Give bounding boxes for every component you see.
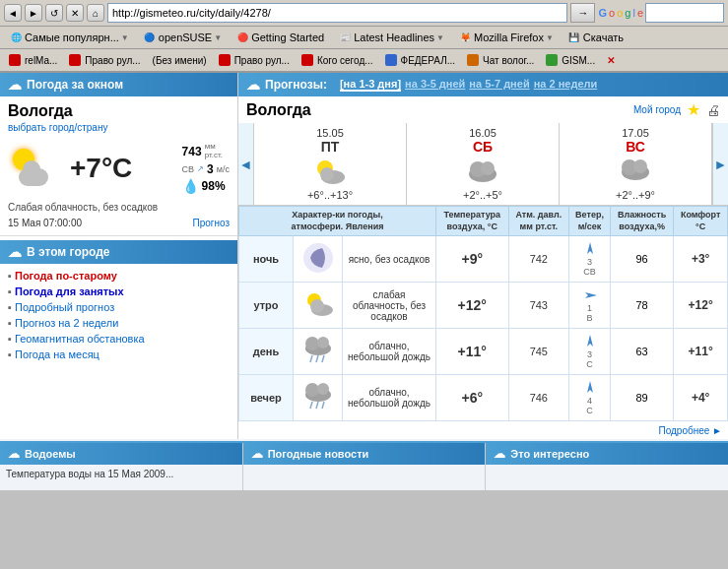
humidity-morning: 78 [610,283,673,329]
water-content: Температура воды на 15 Мая 2009... [0,465,242,483]
desc-night: ясно, без осадков [343,236,436,283]
chevron-icon: ▼ [436,33,444,42]
headlines-icon: 📰 [338,31,352,44]
download-icon: 💾 [567,31,581,44]
link-geo[interactable]: Геомагнитная обстановка [8,331,230,347]
svg-line-27 [322,402,324,409]
bottom-col-water: ☁ Водоемы Температура воды на 15 Мая 200… [0,443,243,490]
tab-1-3[interactable]: [на 1-3 дня] [340,78,401,92]
water-icon: ☁ [8,447,20,461]
wind-morning: 1В [569,283,611,329]
period-name-morning: утро [239,283,294,329]
nav-bar: ◄ ► ↺ ✕ ⌂ → Google [0,0,728,27]
bookmark-getting-started[interactable]: 🔴 Getting Started [231,29,329,46]
bookmark-relma[interactable]: relMa... [4,51,62,69]
prognoz-link[interactable]: Прогноз [192,218,230,228]
bookmark-pravo1[interactable]: Право рул... [64,51,145,69]
link-month[interactable]: Погода на месяц [8,347,230,362]
svg-line-25 [310,402,312,409]
forecast-tabs: [на 1-3 дня] на 3-5 дней на 5-7 дней на … [340,78,597,92]
th-wind: Ветер,м/сек [569,207,611,236]
day-date-vs: 17.05 [562,127,709,139]
link-zanyatikh[interactable]: Погода для занятых [8,284,230,299]
city-section-title: В этом городе [27,245,110,259]
link-2nedeli[interactable]: Прогноз на 2 недели [8,315,230,331]
next-day-arrow[interactable]: ► [712,123,728,205]
bookmark-kogo[interactable]: Кого сегод... [297,51,378,69]
tab-5-7[interactable]: на 5-7 дней [469,78,529,92]
svg-line-26 [316,402,318,409]
day-col-sb: 16.05 СБ +2°..+5° [407,123,560,205]
sun-cloud-icon [11,149,60,188]
prev-day-arrow[interactable]: ◄ [238,123,254,205]
svg-point-5 [481,161,495,175]
interesting-icon: ☁ [494,447,505,461]
bookmark-latest-headlines[interactable]: 📰 Latest Headlines ▼ [333,29,449,46]
bookmark-skachat[interactable]: 💾 Скачать [563,29,629,46]
bookmark-populyarn[interactable]: 🌐 Самые популярн... ▼ [4,29,134,46]
link-podrobny[interactable]: Подробный прогноз [8,299,230,315]
more-link-row: Подробнее ► [238,421,728,439]
wind-row: СВ ↗ 3 м/с [182,162,230,176]
day-date-sb: 16.05 [409,127,557,139]
star-icon[interactable]: ★ [687,100,700,119]
bookmark-opensuse[interactable]: 🔵 openSUSE ▼ [138,29,227,46]
link-starому[interactable]: Погода по-старому [8,268,230,284]
humidity-evening: 89 [610,375,673,421]
day-name-sb: СБ [409,139,557,155]
wind-dir-label: СВ [182,164,195,174]
svg-point-17 [317,337,329,348]
address-bar[interactable] [107,3,567,23]
bookmark-pravo2[interactable]: Право рул... [214,51,295,69]
bookmarks-bar-1: 🌐 Самые популярн... ▼ 🔵 openSUSE ▼ 🔴 Get… [0,27,728,49]
cloud-part [19,168,48,186]
svg-line-20 [322,355,324,362]
my-city-link[interactable]: Мой город [633,104,681,115]
back-button[interactable]: ◄ [4,4,22,22]
home-button[interactable]: ⌂ [87,4,104,22]
city-section-links: Погода по-старому Погода для занятых Под… [0,264,237,366]
opensuse-icon: 🔵 [143,31,157,44]
period-day: день облачно, небольшой дождь [239,329,728,375]
weather-description: Слабая облачность, без осадков [0,200,237,215]
bookmark-label: openSUSE [159,32,212,43]
google-search-input[interactable] [645,3,724,23]
water-header: ☁ Водоемы [0,443,242,465]
more-link[interactable]: Подробнее ► [658,425,722,436]
bookmark-label: Getting Started [251,32,324,43]
forward-button[interactable]: ► [25,4,42,22]
bookmark-mozilla[interactable]: 🦊 Mozilla Firefox ▼ [453,29,559,46]
period-name-day: день [239,329,294,375]
period-icon-evening [294,375,343,421]
forecast-table: Характер-ки погоды,атмосфери. Явления Те… [238,206,728,421]
svg-point-13 [310,299,324,313]
bookmark-close[interactable]: ✕ [602,51,620,69]
refresh-button[interactable]: ↺ [45,4,63,22]
day-temp-pt: +6°..+13° [256,189,404,201]
interesting-header: ☁ Это интересно [486,443,728,465]
bookmark-bez-imeni[interactable]: (Без имени) [148,51,212,69]
main-layout: ☁ Погода за окном Вологда выбрать город/… [0,73,728,439]
svg-marker-10 [587,242,593,254]
bookmark-gism[interactable]: GISM... [541,51,600,69]
day-name-vs: ВС [562,139,709,155]
city-link[interactable]: выбрать город/страну [0,122,237,137]
day-icon-sb [409,155,557,189]
desc-morning: слабая облачность, без осадков [343,283,436,329]
stop-button[interactable]: ✕ [66,4,84,22]
go-button[interactable]: → [570,3,595,23]
bookmark-federal[interactable]: ФЕДЕРАЛ... [380,51,461,69]
bookmark-chat[interactable]: Чат волог... [462,51,539,69]
tab-3-5[interactable]: на 3-5 дней [405,78,465,92]
chevron-icon: ▼ [214,33,222,42]
printer-icon[interactable]: 🖨 [706,102,720,118]
news-icon: ☁ [251,447,263,461]
th-temp: Температуравоздуха, °С [436,207,509,236]
tab-2weeks[interactable]: на 2 недели [534,78,598,92]
bottom-col-interesting: ☁ Это интересно [486,443,728,490]
svg-point-2 [320,167,334,181]
wind-night: 3СВ [569,236,611,283]
mozilla-icon: 🦊 [458,31,472,44]
populyarn-icon: 🌐 [9,31,23,44]
period-evening: вечер облачно, небольшой дождь [239,375,728,421]
